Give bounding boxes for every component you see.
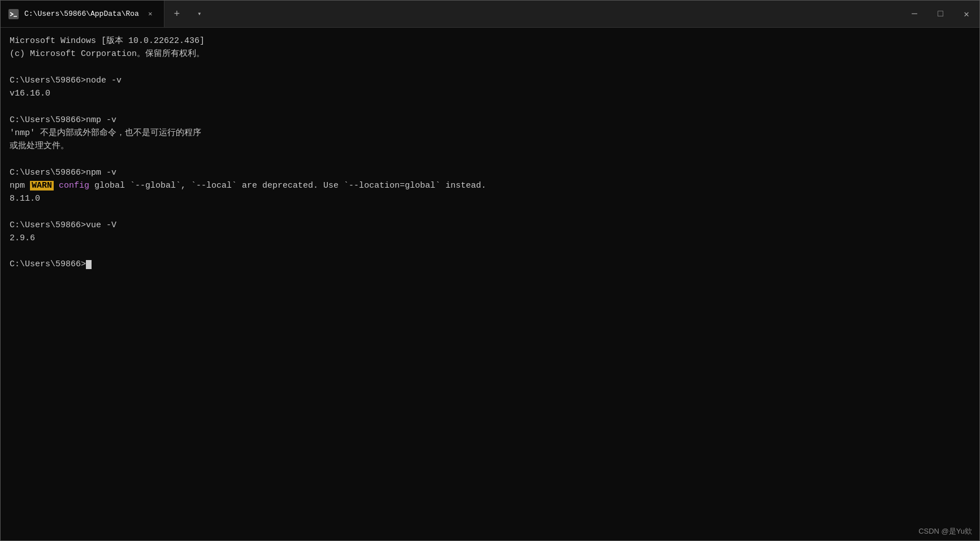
terminal-empty-line <box>10 100 970 113</box>
terminal-line: 'nmp' 不是内部或外部命令，也不是可运行的程序 <box>10 127 970 140</box>
terminal-body[interactable]: Microsoft Windows [版本 10.0.22622.436](c)… <box>1 28 979 540</box>
window-controls: ─ □ ✕ <box>901 1 979 27</box>
terminal-line: 2.9.6 <box>10 232 970 245</box>
titlebar: C:\Users\59866\AppData\Roa ✕ + ▾ ─ □ ✕ <box>1 1 979 28</box>
watermark: CSDN @是Yu欸 <box>918 526 972 536</box>
terminal-prompt-line: C:\Users\59866>npm -v <box>10 166 970 179</box>
terminal-icon <box>8 9 19 19</box>
terminal-window: C:\Users\59866\AppData\Roa ✕ + ▾ ─ □ ✕ M… <box>0 0 980 541</box>
terminal-empty-line <box>10 61 970 74</box>
terminal-line: 或批处理文件。 <box>10 140 970 153</box>
terminal-active-prompt[interactable]: C:\Users\59866> <box>10 258 970 271</box>
tab-close-button[interactable]: ✕ <box>145 8 156 20</box>
npm-prefix: npm <box>10 181 30 191</box>
terminal-line: (c) Microsoft Corporation。保留所有权利。 <box>10 47 970 60</box>
terminal-line: Microsoft Windows [版本 10.0.22622.436] <box>10 34 970 47</box>
npm-config-keyword: config <box>54 181 89 191</box>
tab-title: C:\Users\59866\AppData\Roa <box>24 10 139 18</box>
terminal-line: 8.11.0 <box>10 192 970 205</box>
minimize-button[interactable]: ─ <box>901 1 927 27</box>
terminal-prompt-line: C:\Users\59866>node -v <box>10 74 970 87</box>
active-tab[interactable]: C:\Users\59866\AppData\Roa ✕ <box>1 1 164 27</box>
window-close-button[interactable]: ✕ <box>953 1 979 27</box>
terminal-prompt-line: C:\Users\59866>vue -V <box>10 219 970 232</box>
terminal-cursor <box>86 260 92 269</box>
warn-badge: WARN <box>30 181 54 191</box>
terminal-prompt-line: C:\Users\59866>nmp -v <box>10 114 970 127</box>
terminal-line: v16.16.0 <box>10 87 970 100</box>
terminal-empty-line <box>10 205 970 218</box>
terminal-empty-line <box>10 245 970 258</box>
new-tab-button[interactable]: + <box>167 4 187 24</box>
warn-message: config global `--global`, `--local` are … <box>54 181 486 191</box>
terminal-warn-line: npm WARN config global `--global`, `--lo… <box>10 179 970 192</box>
warn-rest-text: global `--global`, `--local` are depreca… <box>89 181 486 191</box>
maximize-button[interactable]: □ <box>927 1 953 27</box>
terminal-empty-line <box>10 153 970 166</box>
tab-dropdown-button[interactable]: ▾ <box>189 4 210 24</box>
tab-area: C:\Users\59866\AppData\Roa ✕ + ▾ <box>1 1 901 27</box>
